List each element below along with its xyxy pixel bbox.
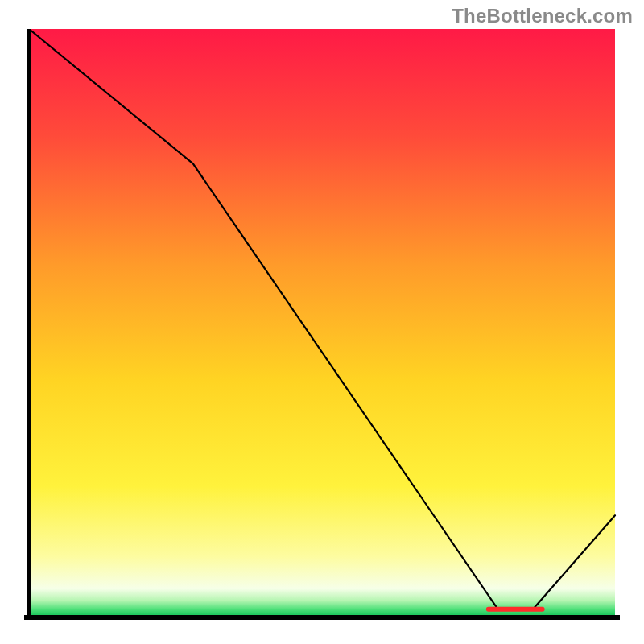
- chart-container: [24, 29, 620, 625]
- min-marker: [486, 607, 545, 612]
- stage: TheBottleneck.com: [0, 0, 644, 644]
- plot-background: [29, 29, 615, 615]
- chart-svg: [24, 29, 620, 625]
- watermark-text: TheBottleneck.com: [452, 5, 633, 27]
